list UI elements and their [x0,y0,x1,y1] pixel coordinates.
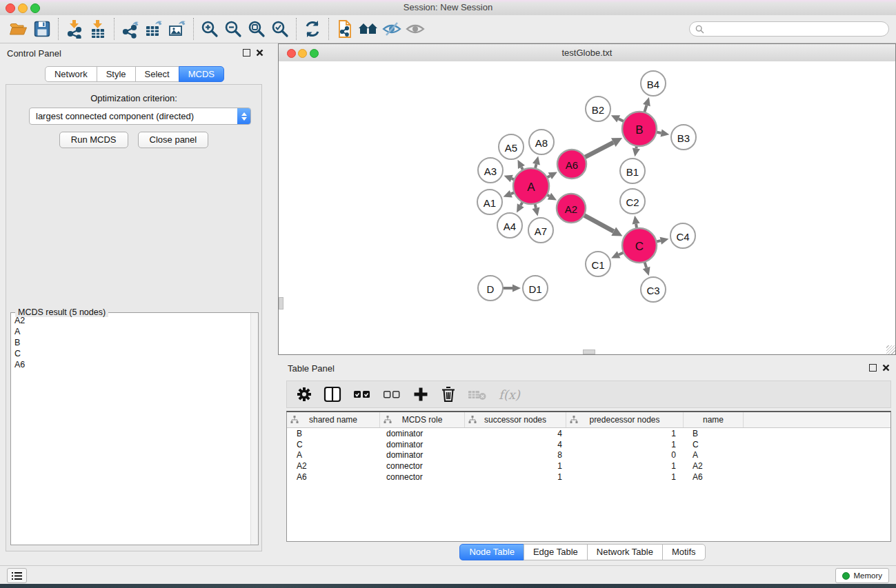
zoom-fit-button[interactable] [245,17,268,41]
zoom-out-button[interactable] [221,17,245,41]
tab-network-table[interactable]: Network Table [587,544,663,560]
list-icon [12,571,22,580]
horizontal-scroll-handle[interactable] [583,349,595,354]
result-scrollbar[interactable] [250,313,258,545]
refresh-button[interactable] [301,17,324,41]
column-header-shared-name[interactable]: shared name [287,412,380,427]
hierarchy-icon [290,416,299,424]
table-cell: 1 [566,461,684,471]
node-label-A5: A5 [505,142,517,154]
result-list-item[interactable]: A2 [11,315,251,326]
window-resize-grip[interactable] [886,345,895,354]
table-cell: A [287,450,380,460]
toolbar-separator [296,18,297,40]
hierarchy-icon [468,416,477,424]
chevron-down-icon [241,117,247,121]
column-header-name[interactable]: name [684,412,744,427]
close-panel-button[interactable]: Close panel [138,132,209,148]
table-row[interactable]: Adominator80A [287,449,890,460]
column-header-MCDS-role[interactable]: MCDS role [380,412,465,427]
edge-arrowhead [532,207,539,216]
tab-motifs[interactable]: Motifs [662,544,706,560]
deselect-all-checkboxes-icon[interactable] [383,387,401,402]
column-header-successor-nodes[interactable]: successor nodes [465,412,566,427]
criterion-dropdown[interactable]: largest connected component (directed) [29,108,251,125]
hide-eye-button[interactable] [380,17,404,41]
export-image-button[interactable] [166,17,189,41]
close-panel-icon[interactable] [256,49,263,57]
edge-arrowhead [661,129,670,136]
table-toolbar: f(x) [286,381,891,408]
node-label-B1: B1 [626,166,639,178]
tab-mcds[interactable]: MCDS [179,66,224,82]
import-table-button[interactable] [86,17,110,41]
control-panel-title: Control Panel [7,48,61,59]
table-row[interactable]: A6connector11A6 [287,472,890,483]
node-label-C: C [635,240,644,253]
node-label-B3: B3 [677,132,690,144]
import-network-button[interactable] [63,17,86,41]
export-network-button[interactable] [119,17,142,41]
network-window-title: testGlobe.txt [279,48,895,58]
table-row[interactable]: Cdominator41C [287,439,890,450]
float-panel-icon[interactable] [243,49,250,57]
tab-node-table[interactable]: Node Table [459,544,524,560]
mcds-result-list[interactable]: A2ABCA6 [11,315,251,545]
tab-style[interactable]: Style [97,66,136,82]
gear-icon[interactable] [297,387,312,402]
edge-arrowhead [532,156,540,165]
network-canvas[interactable]: ABCA6A2A1A3A4A5A7A8B1B2B3B4C1C2C3C4DD1 [279,61,895,354]
node-label-B2: B2 [592,104,604,116]
table-row[interactable]: Bdominator41B [287,428,890,439]
table-cell: dominator [380,429,465,438]
table-row[interactable]: A2connector11A2 [287,460,890,472]
memory-button[interactable]: Memory [835,568,889,583]
status-bar: Memory [0,565,896,585]
export-table-button[interactable] [142,17,166,41]
float-panel-icon[interactable] [869,364,877,372]
node-table[interactable]: shared nameMCDS rolesuccessor nodesprede… [286,411,891,542]
run-mcds-button[interactable]: Run MCDS [59,132,128,148]
result-list-item[interactable]: A6 [11,359,251,370]
vertical-scroll-handle[interactable] [279,297,283,310]
result-list-item[interactable]: B [11,337,251,348]
close-panel-icon[interactable] [882,364,890,372]
edge-arrowhead [633,148,640,157]
edge-A6-B[interactable] [584,143,613,159]
edge-A2-C[interactable] [583,214,614,232]
result-list-item[interactable]: A [11,326,251,337]
search-input[interactable] [708,23,876,34]
tab-network[interactable]: Network [45,66,97,82]
tab-edge-table[interactable]: Edge Table [524,544,588,560]
zoom-selected-icon [270,19,290,39]
select-all-checkboxes-icon[interactable] [353,387,371,402]
save-session-button[interactable] [30,17,54,41]
new-network-from-file-button[interactable] [333,17,357,41]
tab-select[interactable]: Select [135,66,179,82]
main-toolbar [0,15,896,43]
delete-column-icon[interactable] [441,386,456,403]
import-network-icon [65,19,84,39]
column-header-predecessor-nodes[interactable]: predecessor nodes [566,412,684,427]
table-cell: 1 [566,429,684,438]
table-cell: B [287,429,380,438]
add-column-icon[interactable] [412,386,429,403]
result-list-item[interactable]: C [11,348,251,359]
task-history-button[interactable] [7,568,27,583]
network-window-titlebar[interactable]: testGlobe.txt [279,44,895,62]
home-button[interactable] [357,17,380,41]
toolbar-separator [114,18,115,40]
show-eye-button[interactable] [404,17,427,41]
hierarchy-icon [384,416,392,424]
zoom-in-button[interactable] [198,17,221,41]
table-cell: 1 [465,461,566,471]
node-label-D: D [487,283,495,295]
node-label-A2: A2 [565,203,577,215]
network-graph[interactable]: ABCA6A2A1A3A4A5A7A8B1B2B3B4C1C2C3C4DD1 [279,61,895,354]
edge-arrowhead [512,284,521,292]
open-file-button[interactable] [7,17,30,41]
columns-icon[interactable] [323,386,341,403]
table-cell: 4 [465,429,566,438]
zoom-selected-button[interactable] [268,17,292,41]
search-box[interactable] [689,21,889,37]
